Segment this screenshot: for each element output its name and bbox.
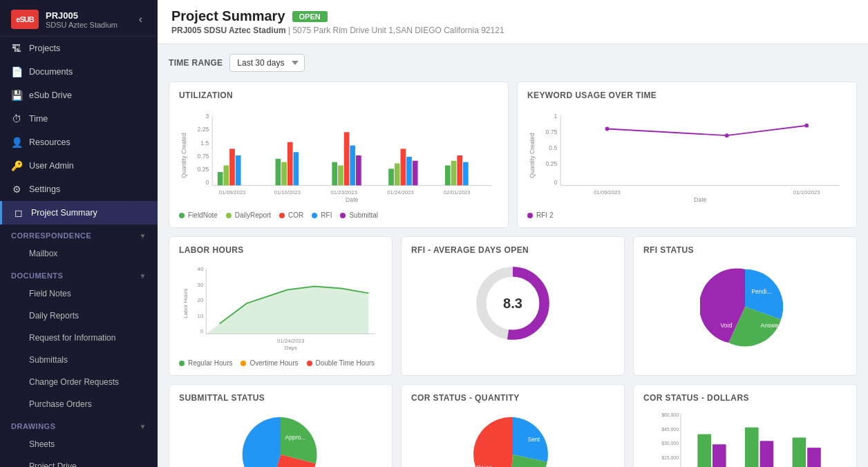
legend-rfi2: RFI 2 [527,211,553,219]
status-badge: OPEN [292,11,328,22]
rfi-avg-days-value: 8.3 [503,296,522,312]
svg-text:1: 1 [554,113,557,120]
project-name-header2: SDSU Aztec Stadium [204,26,286,35]
main-content: TIME RANGE Last 30 days Last 7 days Last… [158,44,868,467]
sidebar-item-mailbox[interactable]: Mailbox [0,242,158,265]
svg-text:01/10/2023: 01/10/2023 [274,189,301,196]
sidebar-section-correspondence: CORRESPONDENCE ▼ [0,225,158,242]
sidebar-item-purchase-orders[interactable]: Purchase Orders [0,393,158,415]
documents-chevron: ▼ [140,272,147,280]
rfi-status-chart-card: RFI STATUS Pendi... Answe... Void [633,236,857,376]
svg-text:0.75: 0.75 [545,128,557,135]
labor-hours-legend: Regular Hours Overtime Hours Double Time… [179,359,382,367]
projects-icon: 🏗 [11,43,22,54]
svg-rect-19 [344,132,350,185]
svg-text:01/09/2023: 01/09/2023 [219,189,245,196]
sidebar-item-settings-global[interactable]: ⚙ Settings [0,178,158,201]
svg-rect-84 [793,437,806,467]
cor-status-quantity-chart-card: COR STATUS - QUANTITY Sent Appro... Reje… [401,384,625,467]
legend-fieldnote: FieldNote [179,211,218,219]
svg-text:0.25: 0.25 [545,160,557,167]
sidebar-item-daily-reports[interactable]: Daily Reports [0,305,158,327]
sidebar-item-field-notes[interactable]: Field Notes [0,283,158,305]
time-range-row: TIME RANGE Last 30 days Last 7 days Last… [169,54,857,72]
cor-dot [279,213,285,218]
sidebar-item-project-summary[interactable]: ◻ Project Summary [0,201,158,225]
submittal-status-title: SUBMITTAL STATUS [179,393,382,403]
svg-text:3: 3 [205,113,209,120]
charts-row-1: UTILIZATION 3 2.25 1.5 0.75 0.25 0 [169,82,857,228]
svg-text:Quantity Created: Quantity Created [180,133,187,178]
sidebar-item-resources[interactable]: 👤 Resources [0,131,158,154]
dailyreport-dot [226,213,232,218]
svg-point-47 [804,124,809,128]
svg-rect-23 [395,164,400,186]
sidebar-header: eSUB PRJ005 SDSU Aztec Stadium ‹ [0,0,158,37]
svg-text:Rejec...: Rejec... [476,464,496,467]
submittal-dot [340,213,346,218]
sidebar-project-id: PRJ005 [46,10,117,21]
page-title: Project Summary [171,8,285,24]
svg-text:1.5: 1.5 [200,140,209,146]
svg-text:$60,000: $60,000 [661,412,679,417]
svg-text:20: 20 [198,297,204,303]
regular-hours-dot [179,361,185,366]
project-address: 5075 Park Rim Drive Unit 1,SAN DIEGO Cal… [292,26,504,35]
svg-rect-28 [451,161,457,186]
rfi2-dot [527,213,533,218]
svg-rect-82 [745,428,759,467]
sidebar-item-esub-drive-label: eSub Drive [29,90,72,100]
time-icon: ⏱ [11,113,22,124]
sidebar-item-user-admin[interactable]: 🔑 User Admin [0,154,158,178]
project-subtitle: PRJ005 SDSU Aztec Stadium | 5075 Park Ri… [171,26,504,35]
drawings-label: DRAWINGS [11,422,56,430]
svg-rect-17 [332,162,337,186]
sidebar-item-project-drive[interactable]: Project Drive [0,455,158,467]
svg-rect-22 [388,169,394,185]
app-logo: eSUB [11,10,39,29]
fieldnote-dot [179,213,185,218]
double-time-dot [307,361,312,366]
sidebar-item-documents[interactable]: 📄 Documents [0,60,158,84]
svg-text:01/09/2023: 01/09/2023 [594,189,620,196]
charts-row-3: SUBMITTAL STATUS Appro... Rejec... Pend.… [169,384,857,467]
sidebar-item-sheets[interactable]: Sheets [0,433,158,455]
svg-text:01/10/2023: 01/10/2023 [793,189,820,196]
sidebar-item-esub-drive[interactable]: 💾 eSub Drive [0,84,158,107]
time-range-select[interactable]: Last 30 days Last 7 days Last 90 days Cu… [229,54,305,72]
sidebar-item-rfi[interactable]: Request for Information [0,327,158,349]
sidebar-item-time[interactable]: ⏱ Time [0,107,158,131]
legend-regular-hours: Regular Hours [179,359,232,367]
sidebar-item-time-label: Time [29,114,48,124]
svg-text:10: 10 [198,313,204,319]
keyword-usage-chart-card: KEYWORD USAGE OVER TIME 1 0.75 0.5 0.25 … [517,82,857,228]
svg-text:Void: Void [720,322,732,329]
svg-text:01/24/2023: 01/24/2023 [277,338,305,344]
time-range-label: TIME RANGE [169,58,223,68]
svg-rect-18 [338,165,343,185]
svg-rect-29 [457,155,462,185]
keyword-usage-chart-area: 1 0.75 0.5 0.25 0 Quantity Created 01/09… [527,107,847,206]
svg-point-45 [605,127,610,131]
svg-text:40: 40 [198,266,204,272]
svg-text:Pendi...: Pendi... [751,288,771,295]
sidebar-collapse-button[interactable]: ‹ [135,12,147,27]
legend-dailyreport: DailyReport [226,211,271,219]
keyword-usage-chart-title: KEYWORD USAGE OVER TIME [527,90,847,100]
rfi-dot [312,213,317,218]
correspondence-chevron: ▼ [140,232,147,240]
mailbox-label: Mailbox [29,249,57,258]
labor-hours-chart-card: LABOR HOURS 40 30 20 10 0 Labor Hours 01… [169,236,393,376]
svg-text:Sent: Sent [527,436,540,443]
legend-double-time-hours: Double Time Hours [307,359,375,367]
svg-text:Labor Hours: Labor Hours [182,288,189,318]
svg-marker-59 [206,287,368,334]
charts-row-2: LABOR HOURS 40 30 20 10 0 Labor Hours 01… [169,236,857,376]
svg-text:30: 30 [198,282,204,288]
svg-text:Appro...: Appro... [285,434,306,441]
svg-rect-9 [218,172,223,185]
sidebar-item-submittals[interactable]: Submittals [0,349,158,371]
rfi-avg-days-title: RFI - AVERAGE DAYS OPEN [411,245,614,255]
sidebar-item-projects[interactable]: 🏗 Projects [0,37,158,60]
sidebar-item-change-orders[interactable]: Change Order Requests [0,371,158,393]
